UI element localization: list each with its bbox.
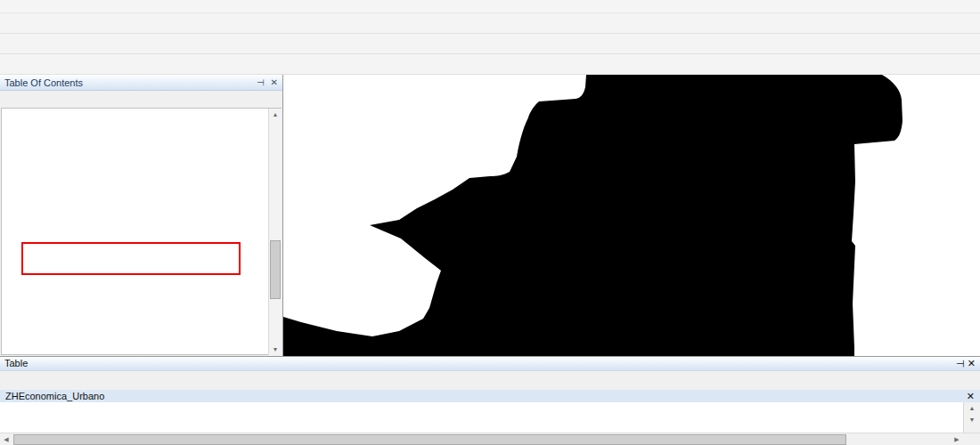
toc-scrollbar[interactable]: ▲ ▼ <box>268 109 282 355</box>
close-icon[interactable]: ✕ <box>967 391 975 402</box>
attribute-grid: ▲ ▼ <box>0 402 980 433</box>
attribute-table-panel: Table ⊤ ✕ ZHEconomica_Urbano ✕ ▲ ▼ ◀ ▶ <box>0 356 980 445</box>
toc-scroll-thumb[interactable] <box>270 240 281 299</box>
scroll-left-icon[interactable]: ◀ <box>0 434 12 445</box>
table-toolbar <box>0 371 980 390</box>
menu-bar <box>0 0 980 13</box>
grid-header-row <box>0 402 980 417</box>
scroll-up-icon[interactable]: ▲ <box>269 109 282 120</box>
close-icon[interactable]: ✕ <box>271 77 278 87</box>
main-area: Table Of Contents ⊤ ✕ ▲ ▼ <box>0 75 980 356</box>
table-tab-label[interactable]: ZHEconomica_Urbano <box>5 391 104 401</box>
close-icon[interactable]: ✕ <box>968 358 976 368</box>
pin-icon[interactable]: ⊤ <box>954 360 966 368</box>
toc-layer-tree <box>1 108 282 355</box>
toolbar-tools <box>0 34 980 54</box>
map-canvas[interactable] <box>283 75 979 356</box>
grid-data-row[interactable] <box>0 417 980 432</box>
toc-toolbar <box>0 91 282 108</box>
scroll-down-icon[interactable]: ▼ <box>964 414 980 425</box>
grid-horizontal-scrollbar[interactable]: ◀ ▶ <box>0 433 980 445</box>
toolbar-editor <box>0 54 980 75</box>
toc-title: Table Of Contents <box>4 77 83 88</box>
urban-zone-polygon[interactable] <box>283 75 902 356</box>
table-title-bar: Table ⊤ ✕ <box>0 357 980 371</box>
scroll-up-icon[interactable]: ▲ <box>964 402 980 414</box>
table-title: Table <box>4 358 28 368</box>
toolbar-standard <box>0 13 980 34</box>
map-view[interactable] <box>283 75 980 356</box>
table-of-contents-panel: Table Of Contents ⊤ ✕ ▲ ▼ <box>0 75 283 356</box>
pin-icon[interactable]: ⊤ <box>256 78 265 86</box>
toc-title-bar: Table Of Contents ⊤ ✕ <box>0 75 282 91</box>
scroll-right-icon[interactable]: ▶ <box>951 434 963 445</box>
table-tab-bar: ZHEconomica_Urbano ✕ <box>0 390 980 403</box>
hscroll-thumb[interactable] <box>13 434 846 445</box>
scroll-down-icon[interactable]: ▼ <box>269 344 282 355</box>
grid-vertical-scrollbar[interactable]: ▲ ▼ <box>963 402 980 433</box>
